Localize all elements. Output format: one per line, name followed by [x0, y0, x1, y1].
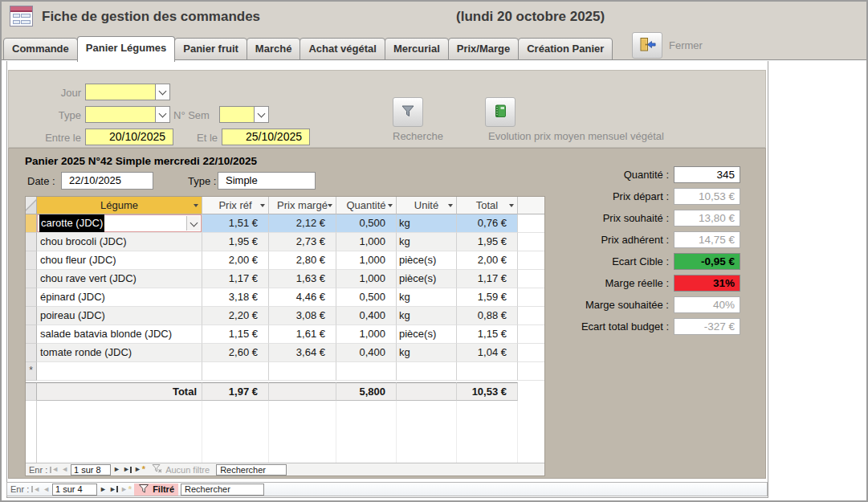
table-cell[interactable]: 1,17 €: [202, 270, 269, 288]
table-cell[interactable]: 2,80 €: [269, 251, 336, 270]
combo-dropdown-button[interactable]: [186, 216, 200, 231]
table-cell[interactable]: chou brocoli (JDC): [37, 233, 202, 251]
filter-state-toggle[interactable]: Aucun filtre: [148, 463, 214, 475]
column-header-unite[interactable]: Unité: [397, 197, 457, 214]
column-header-legume[interactable]: Légume: [37, 197, 202, 214]
tab-creation-panier[interactable]: Création Panier: [518, 38, 613, 60]
table-cell[interactable]: chou rave vert (JDC): [37, 270, 202, 288]
table-cell[interactable]: 1,000: [336, 251, 397, 270]
tab-panier-fruit[interactable]: Panier fruit: [174, 38, 247, 60]
quantite-field[interactable]: 345: [674, 166, 740, 183]
tab-prix-marge[interactable]: Prix/Marge: [448, 38, 519, 60]
table-cell[interactable]: 0,500: [336, 214, 397, 233]
previous-record-button[interactable]: ◄: [61, 466, 68, 473]
table-cell[interactable]: pièce(s): [397, 251, 457, 270]
table-cell[interactable]: salade batavia blonde (JDC): [37, 325, 202, 344]
table-cell[interactable]: pièce(s): [397, 270, 457, 288]
marge-souhaitee-field[interactable]: 40%: [674, 296, 740, 313]
tab-marche[interactable]: Marché: [247, 38, 301, 60]
num-sem-combobox[interactable]: [219, 106, 269, 123]
row-selector[interactable]: [26, 270, 37, 288]
tab-commande[interactable]: Commande: [3, 38, 78, 60]
row-selector[interactable]: [26, 251, 37, 270]
row-selector[interactable]: [26, 233, 37, 251]
record-position-box[interactable]: 1 sur 8: [71, 464, 111, 475]
entre-le-date-field[interactable]: 20/10/2025: [85, 129, 173, 145]
tab-panier-legumes[interactable]: Panier Légumes: [77, 36, 175, 62]
table-cell[interactable]: 3,08 €: [269, 307, 336, 325]
jour-combobox[interactable]: [85, 84, 170, 100]
table-cell[interactable]: [397, 362, 457, 381]
table-cell[interactable]: chou fleur (JDC): [37, 251, 202, 270]
table-cell[interactable]: [457, 362, 518, 381]
table-cell[interactable]: 1,51 €: [202, 214, 269, 233]
table-cell[interactable]: 1,000: [336, 270, 397, 288]
filter-state-toggle[interactable]: Filtré: [134, 484, 178, 496]
table-cell[interactable]: 1,000: [336, 325, 397, 344]
chevron-down-icon[interactable]: [155, 84, 169, 100]
select-all-corner[interactable]: [26, 197, 37, 214]
table-cell[interactable]: 1,63 €: [269, 270, 336, 288]
previous-record-button[interactable]: ◄: [43, 486, 50, 493]
next-record-button[interactable]: ►: [100, 486, 107, 493]
ecart-total-budget-field[interactable]: -327 €: [674, 318, 740, 335]
table-cell[interactable]: 0,500: [336, 288, 397, 307]
ecart-cible-field[interactable]: -0,95 €: [674, 253, 740, 270]
table-cell[interactable]: [37, 362, 202, 381]
table-cell[interactable]: 2,12 €: [269, 214, 336, 233]
column-header-quantite[interactable]: Quantité: [336, 197, 397, 214]
first-record-button[interactable]: ◄: [31, 486, 40, 493]
table-cell[interactable]: 1,15 €: [202, 325, 269, 344]
row-selector[interactable]: [26, 325, 37, 344]
search-record-input[interactable]: Rechercher: [181, 484, 264, 496]
table-cell[interactable]: épinard (JDC): [37, 288, 202, 307]
next-record-button[interactable]: ►: [113, 466, 120, 473]
table-cell[interactable]: poireau (JDC): [37, 307, 202, 325]
table-cell[interactable]: 1,000: [336, 233, 397, 251]
date-field[interactable]: 22/10/2025: [61, 172, 153, 190]
table-cell[interactable]: 0,400: [336, 307, 397, 325]
prix-adherent-field[interactable]: 14,75 €: [674, 231, 740, 248]
table-cell[interactable]: [202, 362, 269, 381]
row-selector[interactable]: [26, 288, 37, 307]
table-cell[interactable]: 2,20 €: [202, 307, 269, 325]
record-position-box[interactable]: 1 sur 4: [52, 484, 97, 496]
prix-souhaite-field[interactable]: 13,80 €: [674, 210, 740, 227]
marge-reelle-field[interactable]: 31%: [674, 275, 740, 292]
new-record-button[interactable]: ►*: [134, 466, 145, 473]
table-cell[interactable]: tomate ronde (JDC): [37, 344, 202, 362]
table-cell[interactable]: 1,61 €: [269, 325, 336, 344]
legume-combo[interactable]: carotte (JDC): [37, 214, 202, 233]
new-record-button[interactable]: ►*: [120, 486, 132, 493]
first-record-button[interactable]: ◄: [50, 466, 59, 473]
table-cell[interactable]: 3,64 €: [269, 344, 336, 362]
row-selector[interactable]: [26, 214, 37, 233]
chevron-down-icon[interactable]: [254, 107, 268, 122]
table-cell[interactable]: 1,04 €: [457, 344, 518, 362]
row-selector[interactable]: [26, 344, 37, 362]
table-cell[interactable]: 2,60 €: [202, 344, 269, 362]
table-cell[interactable]: 2,00 €: [202, 251, 269, 270]
type-field[interactable]: Simple: [218, 172, 316, 190]
table-cell[interactable]: kg: [397, 344, 457, 362]
tab-mercurial[interactable]: Mercurial: [385, 38, 449, 60]
close-form-button[interactable]: [632, 32, 662, 59]
chevron-down-icon[interactable]: [155, 107, 169, 122]
last-record-button[interactable]: ►: [109, 486, 118, 493]
table-cell[interactable]: kg: [397, 288, 457, 307]
table-cell[interactable]: 1,95 €: [202, 233, 269, 251]
column-header-prix-marge[interactable]: Prix margé: [269, 197, 336, 214]
table-cell[interactable]: kg: [397, 214, 457, 233]
type-combobox[interactable]: [85, 106, 170, 123]
search-button[interactable]: [393, 97, 423, 127]
table-cell[interactable]: kg: [397, 307, 457, 325]
column-header-prix-ref[interactable]: Prix réf: [202, 197, 269, 214]
last-record-button[interactable]: ►: [123, 466, 132, 473]
table-cell[interactable]: 2,73 €: [269, 233, 336, 251]
search-record-input[interactable]: Rechercher: [216, 464, 287, 475]
table-cell[interactable]: [269, 362, 336, 381]
evolution-button[interactable]: [485, 97, 516, 127]
prix-depart-field[interactable]: 10,53 €: [674, 188, 740, 205]
table-cell[interactable]: 3,18 €: [202, 288, 269, 307]
table-cell[interactable]: pièce(s): [397, 325, 457, 344]
